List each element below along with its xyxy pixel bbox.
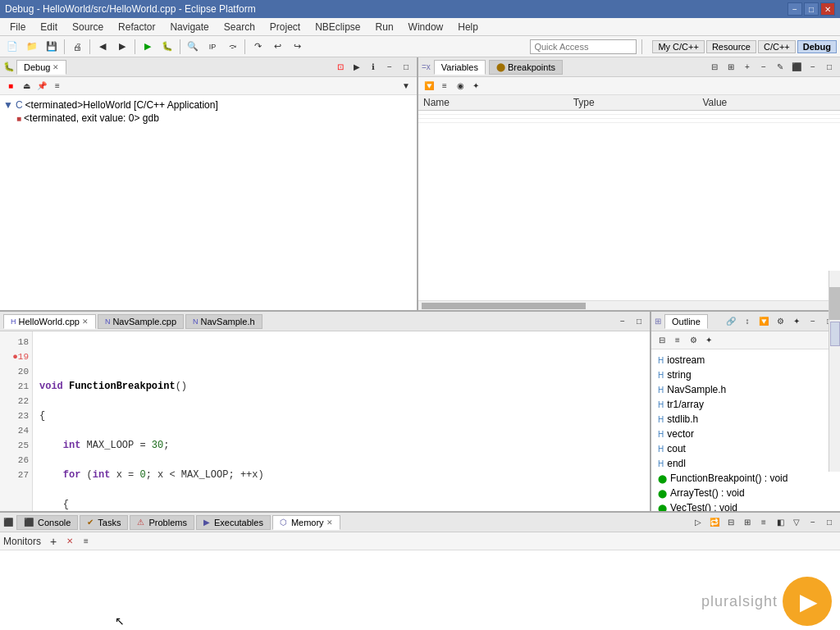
toolbar-arrow[interactable]: ⤼ — [223, 38, 241, 56]
quick-access-input[interactable] — [530, 39, 637, 54]
bottom-tb1[interactable]: ▷ — [691, 515, 705, 530]
outline-item-funcbp[interactable]: ⬤ FunctionBreakpoint() : void — [655, 471, 837, 486]
menu-search[interactable]: Search — [217, 20, 262, 34]
vars-edit[interactable]: ✎ — [773, 60, 788, 75]
toolbar-open[interactable]: 📁 — [23, 38, 41, 56]
debug-pin[interactable]: 📌 — [34, 79, 49, 94]
vars-collapse-all[interactable]: ⊞ — [724, 60, 738, 75]
vars-maximize[interactable]: □ — [822, 60, 837, 75]
vars-remove[interactable]: − — [756, 60, 771, 75]
toolbar-back[interactable]: ◀ — [94, 38, 112, 56]
menu-file[interactable]: File — [3, 20, 32, 34]
close-button[interactable]: ✕ — [820, 2, 835, 16]
outline-tb4[interactable]: ✦ — [701, 333, 716, 348]
editor-tab-navsamplecpp[interactable]: N NavSample.cpp — [98, 314, 184, 329]
perspective-resource[interactable]: Resource — [706, 40, 756, 53]
vars-toolbar-btn4[interactable]: ✦ — [468, 79, 483, 94]
debug-properties[interactable]: ℹ — [366, 60, 381, 75]
editor-tab-helloworldcpp-close[interactable]: ✕ — [82, 317, 89, 326]
debug-resume[interactable]: ▶ — [349, 60, 364, 75]
maximize-button[interactable]: □ — [804, 2, 819, 16]
debug-collapse[interactable]: ≡ — [50, 79, 65, 94]
monitors-remove[interactable]: ✕ — [62, 534, 77, 549]
bottom-tb2[interactable]: 🔁 — [707, 515, 722, 530]
outline-tb1[interactable]: ⊟ — [655, 333, 669, 348]
menu-project[interactable]: Project — [263, 20, 307, 34]
bottom-tb7[interactable]: ▽ — [789, 515, 804, 530]
pluralsight-play-button[interactable]: ▶ — [783, 577, 832, 626]
menu-navigate[interactable]: Navigate — [163, 20, 215, 34]
debug-tab[interactable]: Debug ✕ — [16, 60, 66, 75]
debug-terminate[interactable]: ■ — [3, 79, 18, 94]
outline-item-cout[interactable]: H cout — [655, 441, 837, 456]
tree-item-gdb[interactable]: ■ <terminated, exit value: 0> gdb — [3, 112, 413, 125]
outline-tab[interactable]: Outline — [664, 314, 708, 329]
debug-terminate-all[interactable]: ⊡ — [333, 60, 348, 75]
toolbar-ip[interactable]: IP — [203, 38, 221, 56]
menu-source[interactable]: Source — [66, 20, 110, 34]
toolbar-step-return[interactable]: ↪ — [288, 38, 306, 56]
toolbar-save[interactable]: 💾 — [43, 38, 61, 56]
toolbar-run[interactable]: ▶ — [139, 38, 157, 56]
outline-item-string[interactable]: H string — [655, 368, 837, 382]
monitors-menu[interactable]: ≡ — [79, 534, 94, 549]
breakpoints-tab[interactable]: ⬤ Breakpoints — [489, 60, 563, 75]
toolbar-new[interactable]: 📄 — [3, 38, 21, 56]
minimize-button[interactable]: − — [788, 2, 802, 16]
bottom-tb5[interactable]: ≡ — [756, 515, 771, 530]
vars-toggle[interactable]: ⬛ — [789, 60, 804, 75]
vars-minimize[interactable]: − — [806, 60, 820, 75]
vars-add[interactable]: + — [740, 60, 755, 75]
debug-tab-close[interactable]: ✕ — [52, 63, 59, 71]
outline-item-vector[interactable]: H vector — [655, 427, 837, 441]
tree-item-app[interactable]: ▼ C <terminated>HelloWorld [C/C++ Applic… — [3, 98, 413, 112]
bottom-minimize[interactable]: − — [806, 515, 820, 530]
outline-item-arraytest[interactable]: ⬤ ArrayTest() : void — [655, 486, 837, 500]
menu-run[interactable]: Run — [369, 20, 400, 34]
menu-window[interactable]: Window — [402, 20, 450, 34]
outline-toolbar-sort[interactable]: ↕ — [740, 314, 755, 329]
outline-toolbar-filter[interactable]: 🔽 — [756, 314, 771, 329]
vars-toolbar-btn2[interactable]: ≡ — [437, 79, 452, 94]
tasks-tab[interactable]: ✔ Tasks — [80, 515, 128, 530]
problems-tab[interactable]: ⚠ Problems — [130, 515, 194, 530]
memory-tab-close[interactable]: ✕ — [326, 518, 333, 527]
outline-item-navsampleh[interactable]: H NavSample.h — [655, 382, 837, 397]
outline-item-iostream[interactable]: H iostream — [655, 353, 837, 368]
executables-tab[interactable]: ▶ Executables — [196, 515, 271, 530]
toolbar-debug[interactable]: 🐛 — [158, 38, 176, 56]
toolbar-search[interactable]: 🔍 — [184, 38, 202, 56]
vars-toolbar-btn3[interactable]: ◉ — [453, 79, 468, 94]
perspective-mycpp[interactable]: My C/C++ — [652, 40, 705, 53]
outline-tb3[interactable]: ⚙ — [686, 333, 701, 348]
memory-tab[interactable]: ⬡ Memory ✕ — [272, 515, 340, 530]
outline-toolbar-link[interactable]: 🔗 — [724, 314, 738, 329]
menu-edit[interactable]: Edit — [34, 20, 64, 34]
table-row[interactable] — [418, 119, 840, 123]
editor-minimize[interactable]: − — [615, 314, 630, 329]
outline-toolbar-gear[interactable]: ⚙ — [773, 314, 788, 329]
bottom-tb3[interactable]: ⊟ — [724, 515, 738, 530]
debug-disconnect[interactable]: ⏏ — [19, 79, 34, 94]
outline-tb2[interactable]: ≡ — [670, 333, 685, 348]
debug-view-menu[interactable]: ▼ — [399, 79, 413, 94]
perspective-cpp[interactable]: C/C++ — [758, 40, 796, 53]
outline-item-tr1array[interactable]: H tr1/array — [655, 397, 837, 412]
bottom-maximize[interactable]: □ — [822, 515, 837, 530]
debug-maximize[interactable]: □ — [399, 60, 413, 75]
bottom-tb6[interactable]: ◧ — [773, 515, 788, 530]
toolbar-step-over[interactable]: ↷ — [249, 38, 267, 56]
variables-tab[interactable]: Variables — [434, 60, 486, 75]
monitors-add[interactable]: + — [46, 534, 61, 549]
editor-tab-helloworldcpp[interactable]: H HelloWorld.cpp ✕ — [3, 314, 96, 329]
debug-minimize[interactable]: − — [382, 60, 397, 75]
outline-item-endl[interactable]: H endl — [655, 456, 837, 471]
editor-tab-navsampleh[interactable]: N NavSample.h — [185, 314, 262, 329]
menu-refactor[interactable]: Refactor — [112, 20, 162, 34]
menu-help[interactable]: Help — [451, 20, 485, 34]
console-tab[interactable]: ⬛ Console — [16, 515, 78, 530]
menu-nbeclipse[interactable]: NBEclipse — [308, 20, 367, 34]
outline-toolbar-asterisk[interactable]: ✦ — [789, 314, 804, 329]
code-content[interactable]: 18 ●19 20 21 22 23 24 25 26 27 void Func… — [0, 331, 650, 511]
bottom-tb4[interactable]: ⊞ — [740, 515, 755, 530]
